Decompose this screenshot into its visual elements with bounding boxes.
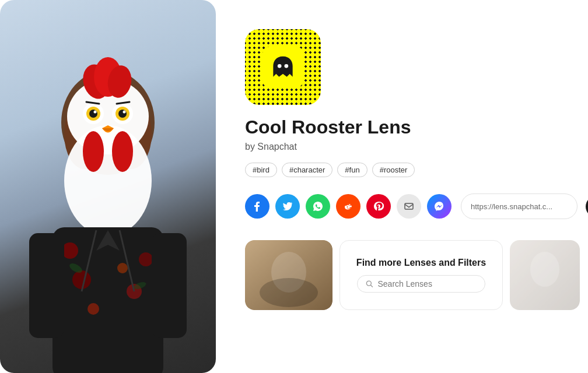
preview-panel: [0, 0, 216, 373]
svg-point-26: [117, 263, 128, 273]
share-reddit-button[interactable]: [336, 194, 360, 219]
lens-thumb-image-3: [510, 240, 580, 310]
tag-character[interactable]: #character: [282, 163, 332, 177]
find-more-title: Find more Lenses and Filters: [356, 258, 486, 268]
lens-thumbnail-1[interactable]: [245, 240, 332, 310]
preview-background: [0, 0, 216, 373]
svg-point-15: [118, 110, 127, 118]
share-messenger-button[interactable]: [427, 194, 452, 219]
svg-line-39: [370, 285, 372, 287]
svg-point-22: [139, 252, 153, 266]
link-box: https://lens.snapchat.c...: [461, 193, 578, 219]
svg-rect-30: [152, 233, 187, 338]
share-row: https://lens.snapchat.c... Copy Link: [245, 193, 588, 219]
svg-point-17: [123, 111, 126, 114]
lens-thumb-image-1: [245, 240, 332, 310]
search-box[interactable]: [357, 275, 485, 293]
svg-point-32: [285, 64, 289, 68]
svg-rect-34: [405, 203, 413, 209]
svg-point-16: [94, 111, 97, 114]
svg-point-14: [89, 110, 97, 118]
share-facebook-button[interactable]: [245, 194, 270, 219]
share-email-button[interactable]: [397, 194, 421, 219]
search-input[interactable]: [377, 279, 477, 288]
lens-author: by Snapchat: [245, 142, 588, 152]
tag-rooster[interactable]: #rooster: [372, 163, 415, 177]
svg-point-8: [83, 131, 104, 172]
tag-bird[interactable]: #bird: [245, 163, 277, 177]
svg-point-23: [72, 270, 91, 289]
rooster-illustration: [0, 0, 216, 373]
share-pinterest-button[interactable]: [366, 194, 391, 219]
svg-point-37: [260, 278, 318, 307]
svg-point-9: [112, 131, 133, 172]
ghost-icon: [268, 52, 298, 82]
svg-point-41: [530, 252, 559, 287]
share-twitter-button[interactable]: [275, 194, 300, 219]
lens-title: Cool Rooster Lens: [245, 117, 588, 138]
snapcode-center: [262, 47, 303, 87]
search-icon: [366, 280, 373, 288]
tag-fun[interactable]: #fun: [337, 163, 367, 177]
svg-point-25: [88, 303, 99, 315]
svg-rect-29: [29, 233, 64, 338]
snapcode: [245, 29, 321, 105]
share-whatsapp-button[interactable]: [306, 194, 330, 219]
lens-thumbnail-3[interactable]: [510, 240, 580, 310]
content-panel: Cool Rooster Lens by Snapchat #bird #cha…: [216, 0, 588, 373]
find-more-card: Find more Lenses and Filters: [340, 240, 503, 310]
svg-point-21: [62, 242, 78, 259]
svg-point-31: [278, 64, 282, 68]
copy-link-button[interactable]: Copy Link: [586, 196, 588, 217]
lens-link: https://lens.snapchat.c...: [471, 202, 552, 211]
lenses-row: Find more Lenses and Filters: [245, 240, 588, 310]
main-container: Cool Rooster Lens by Snapchat #bird #cha…: [0, 0, 588, 373]
tags-row: #bird #character #fun #rooster: [245, 163, 588, 177]
